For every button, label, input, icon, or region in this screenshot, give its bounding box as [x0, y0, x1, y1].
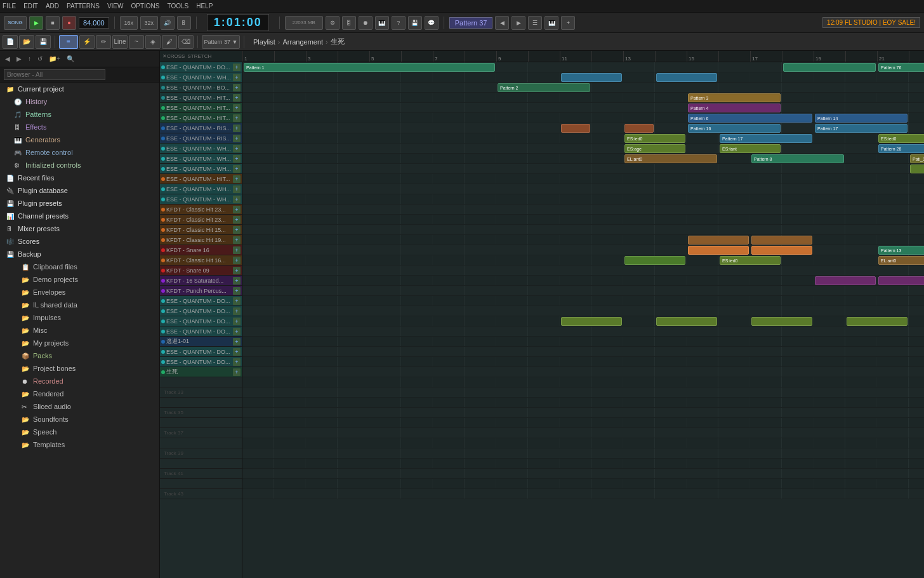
pattern-block-0-1[interactable]	[783, 63, 876, 72]
tree-item-mixer-presets[interactable]: 🎚Mixer presets	[0, 222, 159, 235]
pattern-block-18-0[interactable]	[688, 246, 749, 255]
song-mode-btn[interactable]: SONG	[4, 16, 27, 30]
grid-row-38[interactable]	[242, 448, 924, 459]
pattern-block-3-0[interactable]: Pattern 3	[688, 93, 781, 102]
pattern-left[interactable]: ◀	[495, 16, 509, 30]
tree-item-plugin-presets[interactable]: 💾Plugin presets	[0, 197, 159, 210]
grid-row-42[interactable]	[242, 489, 924, 499]
panel-new-folder[interactable]: 📁+	[46, 54, 63, 64]
step-16[interactable]: 16x	[120, 16, 138, 30]
save-icon[interactable]: 💾	[408, 16, 422, 30]
grid-row-18[interactable]: Pattern 13	[242, 245, 924, 255]
track-add-btn-10[interactable]: +	[233, 155, 241, 163]
track-add-btn-27[interactable]: +	[233, 328, 241, 335]
pattern-block-9-0[interactable]: EL:ant0	[624, 154, 717, 163]
panel-back[interactable]: ◀	[3, 54, 13, 64]
pattern-block-25-2[interactable]	[751, 317, 812, 326]
pattern-block-10-0[interactable]	[910, 165, 924, 173]
help-icon[interactable]: ?	[392, 16, 406, 30]
grid-row-30[interactable]	[242, 367, 924, 377]
track-add-btn-5[interactable]: +	[233, 104, 241, 112]
track-add-btn-25[interactable]: +	[233, 307, 241, 315]
grid-row-35[interactable]	[242, 418, 924, 428]
grid-row-34[interactable]	[242, 408, 924, 418]
track-row-4[interactable]: ESE - QUANTUM - HIT...+	[160, 93, 242, 103]
track-add-btn-4[interactable]: +	[233, 94, 241, 102]
tree-item-envelopes[interactable]: 📂Envelopes	[0, 286, 159, 299]
track-row-27[interactable]: ESE - QUANTUM - DO...+	[160, 326, 242, 337]
track-add-btn-15[interactable]: +	[233, 206, 241, 213]
pattern-block-19-2[interactable]: EL:ant0	[878, 256, 924, 265]
pattern-block-1-0[interactable]	[561, 73, 622, 82]
track-row-3[interactable]: ESE - QUANTUM - BO...+	[160, 83, 242, 93]
track-row-15[interactable]: KFDT - Classic Hit 23...+	[160, 205, 242, 215]
pattern-block-7-2[interactable]: ES:ied0	[878, 134, 924, 143]
pattern-block-0-2[interactable]: Pattern 76	[878, 63, 924, 72]
panel-up[interactable]: ↑	[25, 54, 34, 64]
breadcrumb-playlist[interactable]: Playlist	[253, 38, 275, 46]
pattern-block-17-0[interactable]	[688, 236, 749, 245]
track-row-30[interactable]: ESE - QUANTUM - DO...+	[160, 357, 242, 367]
track-row-28[interactable]: 逃避1-01+	[160, 337, 242, 347]
track-add-btn-29[interactable]: +	[233, 348, 241, 356]
breadcrumb-arrangement[interactable]: Arrangement	[283, 38, 324, 46]
menu-patterns[interactable]: PATTERNS	[67, 3, 100, 10]
tree-item-il-shared-data[interactable]: 📂IL shared data	[0, 299, 159, 311]
pattern-block-18-1[interactable]	[751, 246, 812, 255]
grid-row-16[interactable]: Pattern 40	[242, 225, 924, 235]
tree-item-soundfonts[interactable]: 📂Soundfonts	[0, 413, 159, 426]
pattern-piano[interactable]: 🎹	[544, 16, 558, 30]
track-row-24[interactable]: ESE - QUANTUM - DO...+	[160, 296, 242, 306]
pattern-block-17-1[interactable]	[751, 236, 812, 245]
pattern-block-8-1[interactable]: ES:tant	[720, 144, 781, 153]
track-row-5[interactable]: ESE - QUANTUM - HIT...+	[160, 103, 242, 113]
tree-item-my-projects[interactable]: 📂My projects	[0, 337, 159, 349]
panel-forward[interactable]: ▶	[14, 54, 24, 64]
grid-row-32[interactable]	[242, 387, 924, 398]
tree-item-backup[interactable]: 💾Backup	[0, 248, 159, 260]
pattern-block-7-0[interactable]: ES:ied0	[624, 134, 685, 143]
menu-edit[interactable]: EDIT	[23, 3, 38, 10]
tree-item-misc[interactable]: 📂Misc	[0, 324, 159, 337]
track-add-btn-8[interactable]: +	[233, 135, 241, 142]
tree-item-channel-presets[interactable]: 📊Channel presets	[0, 210, 159, 222]
track-row-12[interactable]: ESE - QUANTUM - HIT...+	[160, 174, 242, 184]
track-add-btn-16[interactable]: +	[233, 216, 241, 224]
grid-row-11[interactable]: Pattern 61	[242, 174, 924, 184]
mixer-icon[interactable]: 🎛	[342, 16, 356, 30]
track-add-btn-26[interactable]: +	[233, 318, 241, 325]
pattern-block-6-2[interactable]: Pattern 16	[688, 124, 781, 133]
pattern-block-25-1[interactable]	[656, 317, 717, 326]
pattern-block-0-0[interactable]: Pattern 1	[244, 63, 495, 72]
grid-row-29[interactable]	[242, 357, 924, 367]
grid-row-31[interactable]	[242, 377, 924, 387]
grid-row-3[interactable]: Pattern 3	[242, 93, 924, 103]
midi-icon[interactable]: 🎹	[375, 16, 389, 30]
tree-item-patterns[interactable]: 🎵Patterns	[0, 108, 159, 121]
grid-row-13[interactable]: Pattern 37	[242, 194, 924, 205]
pattern-display[interactable]: Pattern 37	[449, 17, 493, 29]
grid-row-1[interactable]	[242, 72, 924, 83]
tree-item-recorded[interactable]: ⏺Recorded	[0, 375, 159, 387]
tree-item-project-bones[interactable]: 📂Project bones	[0, 362, 159, 375]
pattern-block-8-2[interactable]: Pattern 28	[878, 144, 924, 153]
tree-item-speech[interactable]: 📂Speech	[0, 426, 159, 438]
breadcrumb-project[interactable]: 生死	[331, 37, 345, 46]
menu-file[interactable]: FILE	[3, 3, 16, 10]
grid-row-4[interactable]: Pattern 4	[242, 103, 924, 113]
track-add-btn-2[interactable]: +	[233, 74, 241, 81]
pattern-block-7-1[interactable]: Pattern 17	[720, 134, 812, 143]
record-btn[interactable]: ●	[62, 16, 76, 30]
grid-row-25[interactable]: Pattern 66Pattern 65	[242, 316, 924, 326]
menu-view[interactable]: VIEW	[107, 3, 124, 10]
grid-row-17[interactable]	[242, 235, 924, 245]
line-btn[interactable]: Line	[112, 35, 128, 49]
pattern-block-19-0[interactable]	[624, 256, 685, 265]
grid-row-15[interactable]: Pattern 39	[242, 215, 924, 225]
track-row-8[interactable]: ESE - QUANTUM - RIS...+	[160, 133, 242, 144]
grid-row-14[interactable]: Pattern 38	[242, 205, 924, 215]
grid-row-40[interactable]	[242, 469, 924, 479]
tree-item-sliced-audio[interactable]: ✂Sliced audio	[0, 400, 159, 413]
pattern-block-5-0[interactable]: Pattern 6	[688, 114, 812, 123]
pattern-block-8-0[interactable]: ES:age	[624, 144, 685, 153]
